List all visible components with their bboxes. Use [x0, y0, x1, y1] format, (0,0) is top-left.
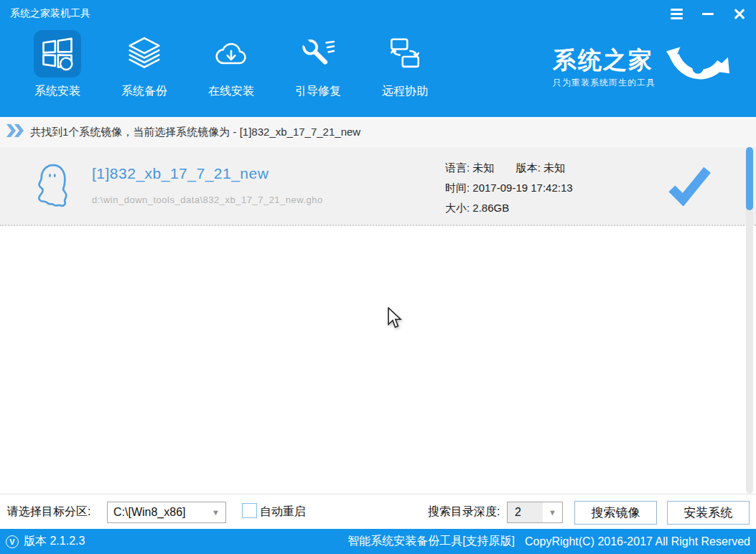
version-circle-icon: V [6, 535, 19, 548]
nav-item-online-install[interactable]: 在线安装 [206, 30, 256, 99]
partition-value: C:\[Win8_x86] [113, 506, 185, 519]
scrollbar-track[interactable] [746, 147, 753, 494]
status-text: 共找到1个系统镜像，当前选择系统镜像为 - [1]832_xb_17_7_21_… [30, 126, 360, 139]
bottom-toolbar: 请选择目标分区: C:\[Win8_x86] ▼ 自动重启 搜索目录深度: 2 … [0, 494, 756, 529]
layers-icon [121, 30, 168, 78]
cloud-download-icon [207, 30, 255, 78]
scrollbar-thumb[interactable] [746, 147, 753, 210]
footer: V 版本 2.1.2.3 智能系统安装备份工具[支持原版] CopyRight(… [0, 529, 756, 554]
detail-line-size: 大小: 2.86GB [445, 198, 573, 218]
window-title: 系统之家装机工具 [10, 7, 90, 20]
partition-select[interactable]: C:\[Win8_x86] ▼ [107, 502, 226, 523]
brand-tagline: 只为重装系统而生的工具 [553, 77, 655, 89]
windows-refresh-icon [34, 30, 81, 78]
wrench-icon [294, 30, 342, 78]
install-system-button[interactable]: 安装系统 [667, 501, 750, 525]
chevron-down-icon: ▼ [206, 508, 225, 517]
status-bar: 共找到1个系统镜像，当前选择系统镜像为 - [1]832_xb_17_7_21_… [0, 117, 756, 147]
hamburger-icon [671, 9, 683, 19]
auto-restart-checkbox[interactable] [242, 503, 257, 518]
ghost-icon [32, 161, 74, 215]
image-file-path: d:\win_down_tools_data\832_xb_17_7_21_ne… [92, 194, 323, 205]
nav-item-system-backup[interactable]: 系统备份 [119, 30, 169, 99]
brand-name: 系统之家 [553, 47, 655, 73]
check-icon [667, 166, 711, 209]
nav-item-remote-assist[interactable]: 远程协助 [380, 30, 430, 99]
nav-label: 在线安装 [208, 84, 254, 99]
close-icon [733, 7, 746, 20]
auto-restart-label[interactable]: 自动重启 [260, 504, 306, 520]
nav-item-system-install[interactable]: 系统安装 [32, 30, 83, 99]
minimize-button[interactable] [700, 6, 716, 22]
search-image-button[interactable]: 搜索镜像 [574, 501, 657, 525]
swoosh-arrows-icon [664, 46, 730, 90]
double-chevron-icon [6, 123, 24, 141]
brand: 系统之家 只为重装系统而生的工具 [553, 46, 730, 90]
remote-screens-icon [381, 30, 429, 78]
depth-select[interactable]: 2 ▼ [507, 502, 563, 523]
footer-copyright: CopyRight(C) 2016-2017 All Right Reserve… [525, 535, 750, 548]
nav-label: 引导修复 [295, 84, 341, 99]
main-nav: 系统安装 系统备份 [32, 30, 430, 99]
footer-app-name: 智能系统安装备份工具[支持原版] [347, 534, 515, 549]
minimize-icon [702, 13, 714, 15]
header: 系统之家装机工具 [0, 0, 756, 117]
content-area [0, 226, 756, 494]
nav-label: 系统安装 [34, 84, 80, 99]
detail-line-language-version: 语言: 未知 版本: 未知 [445, 158, 573, 178]
close-button[interactable] [732, 6, 747, 22]
nav-label: 系统备份 [121, 84, 167, 99]
image-list-item[interactable]: [1]832_xb_17_7_21_new d:\win_down_tools_… [0, 147, 756, 226]
image-title-link[interactable]: [1]832_xb_17_7_21_new [92, 165, 269, 182]
footer-copyright-area: 智能系统安装备份工具[支持原版] CopyRight(C) 2016-2017 … [347, 534, 750, 549]
menu-button[interactable] [668, 6, 684, 22]
version-text: 版本 2.1.2.3 [24, 534, 85, 549]
nav-label: 远程协助 [382, 84, 428, 99]
app-window: 系统之家装机工具 [0, 0, 756, 554]
image-details: 语言: 未知 版本: 未知 时间: 2017-09-19 17:42:13 大小… [445, 158, 573, 218]
chevron-down-icon: ▼ [543, 508, 562, 517]
detail-line-time: 时间: 2017-09-19 17:42:13 [445, 178, 573, 198]
mouse-cursor [388, 307, 405, 333]
nav-item-boot-repair[interactable]: 引导修复 [293, 30, 343, 99]
depth-label: 搜索目录深度: [428, 504, 500, 520]
depth-value: 2 [508, 502, 543, 522]
footer-version: V 版本 2.1.2.3 [6, 534, 85, 549]
window-controls [668, 6, 747, 22]
partition-label: 请选择目标分区: [7, 504, 90, 520]
